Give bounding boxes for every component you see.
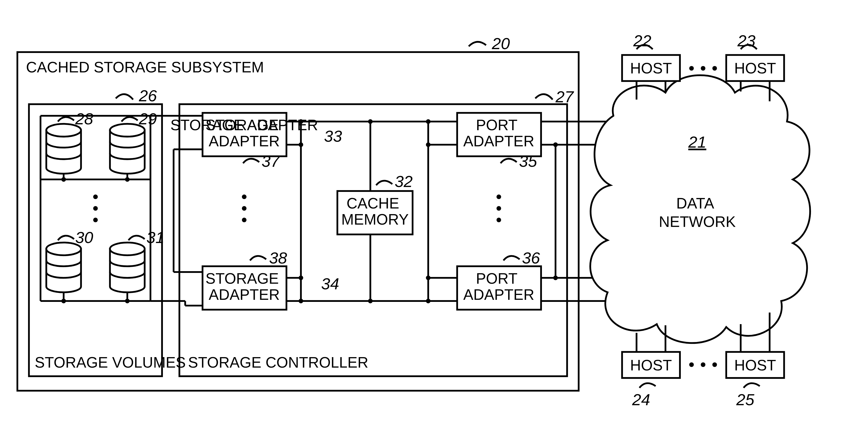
ref-33: 33 [324, 127, 342, 145]
ellipsis-dot [689, 66, 694, 70]
ellipsis-dot [701, 66, 705, 70]
ref-29: 29 [138, 110, 157, 128]
ref-25: 25 [736, 391, 754, 409]
junction-dot [299, 275, 303, 280]
disk-29 [110, 124, 145, 174]
host-25-label: HOST [734, 357, 776, 374]
lead-24 [639, 383, 655, 388]
lead-27 [535, 94, 553, 99]
ref-24: 24 [632, 391, 650, 409]
ref-21: 21 [688, 133, 706, 151]
ellipsis-dot [93, 218, 98, 222]
ellipsis-dot [242, 218, 247, 222]
ref-26: 26 [138, 87, 157, 105]
ellipsis-dot [242, 195, 247, 199]
ref-35: 35 [519, 152, 537, 170]
storage-adapter-38-text: STORAGE ADAPTER [205, 270, 283, 303]
ellipsis-dot [93, 195, 98, 199]
ref-28: 28 [75, 110, 93, 128]
junction-dot [426, 143, 430, 147]
ref-38: 38 [269, 249, 287, 267]
junction-dot [368, 119, 373, 124]
lead-32 [376, 181, 392, 185]
lead-36 [503, 256, 520, 261]
svg-point-3 [110, 242, 145, 255]
host-23-label: HOST [734, 60, 776, 77]
storage-adapter-37-text: STORAGE ADAPTER [205, 117, 283, 149]
ref-20: 20 [492, 34, 510, 53]
junction-dot [368, 299, 373, 303]
ellipsis-dot [689, 362, 694, 367]
ref-27: 27 [555, 88, 574, 106]
ref-32: 32 [395, 172, 412, 190]
ref-30: 30 [75, 229, 93, 246]
junction-dot [426, 119, 430, 124]
storage-volumes-label: STORAGE VOLUMES [35, 354, 186, 371]
ellipsis-dot [712, 362, 717, 367]
lead-30 [58, 236, 74, 240]
lead-38 [250, 256, 266, 261]
ellipsis-dot [712, 66, 717, 70]
diagram-canvas: CACHED STORAGE SUBSYSTEM 20 STORAGE VOLU… [0, 0, 868, 440]
ref-31: 31 [146, 229, 164, 246]
lead-26 [116, 94, 133, 99]
ellipsis-dot [242, 206, 247, 211]
lead-31 [128, 236, 145, 240]
ref-37: 37 [261, 152, 280, 170]
junction-dot [299, 143, 303, 147]
lead-37 [243, 158, 259, 163]
junction-dot [299, 119, 303, 124]
junction-dot [553, 275, 558, 280]
ellipsis-dot [496, 195, 501, 199]
lead-28 [58, 117, 74, 122]
junction-dot [299, 299, 303, 303]
ellipsis-dot [496, 218, 501, 222]
cached-storage-subsystem-box [18, 52, 579, 391]
ref-34: 34 [321, 275, 339, 293]
ellipsis-dot [93, 206, 98, 211]
junction-dot [426, 299, 430, 303]
storage-controller-label: STORAGE CONTROLLER [188, 354, 368, 371]
cached-storage-subsystem-label: CACHED STORAGE SUBSYSTEM [26, 59, 264, 76]
junction-dot [426, 275, 430, 280]
cache-memory-text: CACHE MEMORY [341, 195, 409, 228]
lead-29 [122, 117, 137, 122]
ellipsis-dot [701, 362, 705, 367]
lead-35 [500, 158, 517, 163]
ellipsis-dot [496, 206, 501, 211]
host-22-label: HOST [630, 60, 672, 77]
host-24-label: HOST [630, 357, 672, 374]
disk-28 [46, 124, 81, 174]
lead-25 [744, 383, 760, 388]
disk-31 [110, 242, 145, 292]
disk-30 [46, 242, 81, 292]
ref-36: 36 [522, 249, 540, 267]
lead-20 [469, 42, 486, 46]
